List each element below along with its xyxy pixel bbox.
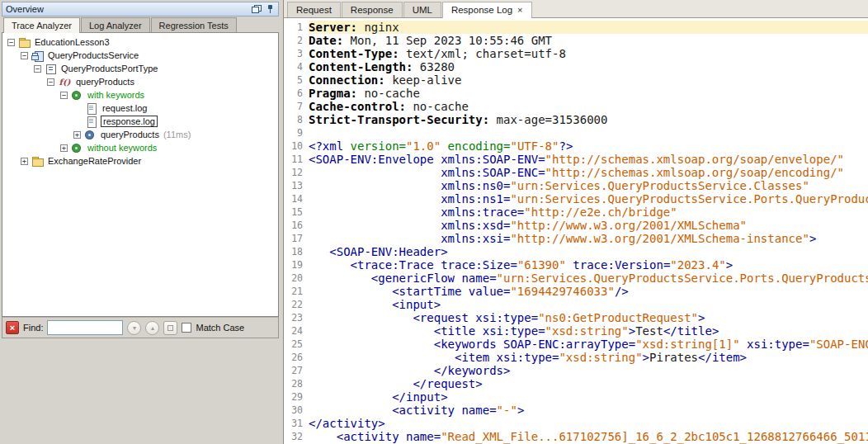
code-line: 22 <input> [284,298,868,311]
tab-regression-tests[interactable]: Regression Tests [151,17,237,32]
code-text: <title xsi:type="xsd:string">Test</title… [309,324,868,338]
line-number: 26 [284,351,309,364]
collapse-icon[interactable]: − [34,65,41,73]
code-line: 29 </input> [284,390,868,404]
tab-log-analyzer[interactable]: Log Analyzer [81,17,150,32]
tree-item-exchangerateprovider[interactable]: +ExchangeRateProvider [2,154,278,168]
code-line: 21 <startTime value="1694429746033"/> [284,285,868,298]
response-log-editor[interactable]: 1Server: nginx2Date: Mon, 11 Sep 2023 10… [284,18,868,444]
tree-item-label: QueryProductsService [46,50,140,60]
highlight-results-button[interactable] [163,321,177,335]
line-number: 14 [284,192,309,205]
find-input[interactable] [47,320,123,335]
pin-window-icon[interactable] [267,4,275,14]
code-text: </activity> [309,417,868,430]
line-number: 9 [284,126,309,139]
match-case-checkbox[interactable] [182,323,191,333]
expand-icon[interactable]: + [21,158,28,165]
line-number: 19 [284,258,309,272]
log-icon [86,103,98,114]
gear-icon [71,143,83,154]
find-label: Find: [23,323,43,333]
tree-item-queryproductsservice[interactable]: −QueryProductsService [2,49,278,62]
code-text: <activity name="-"> [309,404,868,417]
line-number: 13 [284,179,309,192]
tree-item-educationlesson3[interactable]: −EducationLesson3 [2,35,278,49]
line-number: 17 [284,232,309,245]
line-number: 21 [284,285,309,298]
line-number: 29 [284,390,309,404]
expand-icon[interactable]: + [73,131,81,139]
overview-title: Overview [6,4,252,14]
line-number: 25 [284,338,309,351]
code-text: </input> [309,390,868,404]
code-text: <input> [309,298,868,311]
line-number: 15 [284,205,309,219]
code-line: 4Content-Length: 63280 [284,60,868,73]
code-line: 23 <request xsi:type="ns0:GetProductRequ… [284,311,868,324]
code-line: 13 xmlns:ns0="urn:Services.QueryProducts… [284,179,868,192]
tree-item-with-keywords[interactable]: −with keywords [2,88,278,102]
line-number: 22 [284,298,309,311]
tree-item-label: ExchangeRateProvider [46,156,143,166]
collapse-icon[interactable]: − [47,78,54,86]
editor-tab-label: Response Log [451,5,512,15]
code-line: 28 </request> [284,377,868,390]
tree-item-label: queryProducts [99,130,161,139]
line-number: 20 [284,272,309,285]
tree-item-label: without keywords [86,143,158,153]
line-number: 5 [284,73,309,87]
code-text: <trace:Trace trace:Size="61390" trace:Ve… [309,258,868,272]
code-text [309,126,868,139]
code-line: 10<?xml version="1.0" encoding="UTF-8"?> [284,139,868,153]
code-text: xmlns:xsi="http://www.w3.org/2001/XMLSch… [309,232,868,245]
editor-panel: RequestResponseUMLResponse Log× 1Server:… [283,0,868,444]
tree-item-queryproducts[interactable]: −f()queryProducts [2,75,278,88]
line-number: 30 [284,404,309,417]
editor-tab-response[interactable]: Response [342,2,403,17]
tab-trace-analyzer[interactable]: Trace Analyzer [3,17,80,33]
find-next-button[interactable]: ▾ [127,321,141,335]
operation-icon: f() [58,77,72,87]
line-number: 7 [284,100,309,113]
line-number: 31 [284,417,309,430]
collapse-icon[interactable]: − [21,52,28,59]
tree-item-response-log[interactable]: response.log [2,115,278,128]
tree-item-request-log[interactable]: request.log [2,102,278,115]
tree-item-queryproductsporttype[interactable]: −QueryProductsPortType [2,62,278,75]
close-tab-icon[interactable]: × [517,6,522,14]
trace-tree: −EducationLesson3−QueryProductsService−Q… [2,33,279,317]
line-number: 16 [284,219,309,232]
code-line: 1Server: nginx [284,21,868,34]
tree-item-queryproducts[interactable]: +queryProducts(11ms) [2,128,278,141]
editor-tab-label: Response [351,5,394,15]
tree-item-label: QueryProductsPortType [59,64,159,73]
line-number: 4 [284,60,309,73]
tree-item-label: queryProducts [74,77,136,87]
editor-tab-uml[interactable]: UML [403,2,441,17]
line-number: 1 [284,21,309,34]
folder-icon [18,37,31,48]
find-close-button[interactable]: × [6,321,19,334]
tree-item-label: response.log [101,116,158,127]
collapse-icon[interactable]: − [60,92,68,99]
code-line: 32 <activity name="Read_XML_File...61710… [284,430,868,443]
find-previous-button[interactable]: ▴ [145,321,159,335]
code-line: 9 [284,126,868,139]
expand-icon[interactable]: + [60,144,68,152]
service-icon [31,50,44,61]
editor-tab-label: UML [413,5,432,15]
left-filler [2,338,279,444]
code-line: 11<SOAP-ENV:Envelope xmlns:SOAP-ENV="htt… [284,153,868,166]
editor-tab-request[interactable]: Request [287,2,341,17]
collapse-icon[interactable]: − [7,39,15,46]
tree-item-label: request.log [101,103,149,113]
code-line: 27 </keywords> [284,364,868,377]
editor-tab-response-log[interactable]: Response Log× [442,2,532,18]
tree-item-without-keywords[interactable]: +without keywords [2,141,278,154]
log-icon [86,116,98,127]
code-line: 3Content-Type: text/xml; charset=utf-8 [284,47,868,60]
code-text: <SOAP-ENV:Header> [309,245,868,258]
float-window-icon[interactable] [252,5,262,13]
application-window: Overview Trace AnalyzerLog AnalyzerRegre… [0,0,868,444]
